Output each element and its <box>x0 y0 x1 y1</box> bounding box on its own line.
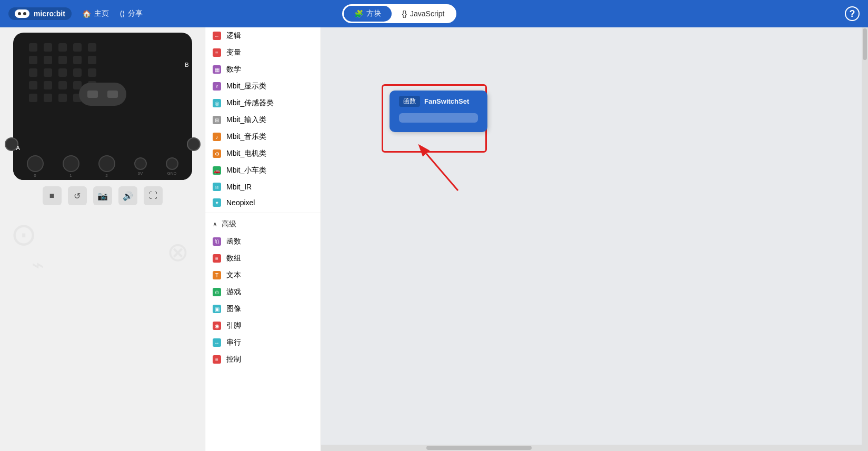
logo[interactable]: micro:bit <box>8 7 72 20</box>
js-icon: {} <box>402 9 407 18</box>
tab-javascript[interactable]: {} JavaScript <box>392 6 455 22</box>
microbit-logo-icon <box>15 9 29 18</box>
arrow-indicator <box>416 143 479 196</box>
sidebar-item-mbit-motor[interactable]: ⚙ Mbit_电机类 <box>205 145 321 162</box>
serial-icon: ↔ <box>213 338 221 347</box>
vertical-scrollbar[interactable] <box>862 27 868 451</box>
sidebar-item-mbit-display[interactable]: Y Mbit_显示类 <box>205 78 321 95</box>
sidebar-item-mbit-sensor[interactable]: ◎ Mbit_传感器类 <box>205 95 321 112</box>
sidebar-item-mbit-music[interactable]: ♪ Mbit_音乐类 <box>205 128 321 145</box>
func-label: 函数 <box>399 96 420 107</box>
neopixel-icon: ✦ <box>213 198 221 207</box>
a-label: A <box>16 145 20 151</box>
help-button[interactable]: ? <box>845 6 860 21</box>
text-icon: T <box>213 271 221 279</box>
mbit-display-icon: Y <box>213 82 221 91</box>
logic-icon: ← <box>213 32 221 40</box>
refresh-button[interactable]: ↺ <box>68 186 87 205</box>
image-icon: ▣ <box>213 305 221 313</box>
horizontal-scrollbar[interactable] <box>321 445 868 451</box>
workspace: 函数 FanSwitchSet 当开机时 将 Fan_Speed ▼ 设为 <box>321 27 868 451</box>
mbit-motor-icon: ⚙ <box>213 149 221 158</box>
pin-0: 0 <box>27 155 44 178</box>
sidebar-advanced-header[interactable]: ∧ 高级 <box>205 215 321 233</box>
microbit-display: B A 0 1 2 <box>13 33 192 180</box>
pin-1: 1 <box>63 155 79 178</box>
sidebar-item-mbit-ir[interactable]: ≋ Mbit_IR <box>205 179 321 195</box>
simulator-panel: B A 0 1 2 <box>0 27 205 451</box>
mbit-music-icon: ♪ <box>213 133 221 141</box>
pin-2: 2 <box>98 155 115 178</box>
divider <box>205 213 321 213</box>
blocks-sidebar: ← 逻辑 ≡ 变量 ▦ 数学 Y Mbit_显示类 ◎ Mbit_传感器类 ⊞ … <box>205 27 321 451</box>
main-layout: B A 0 1 2 <box>0 27 868 451</box>
svg-line-1 <box>426 154 458 191</box>
share-icon: ⟨⟩ <box>119 9 125 18</box>
pin-icon: ◉ <box>213 322 221 330</box>
mbit-car-icon: 🚗 <box>213 166 221 175</box>
sidebar-item-control[interactable]: ≡ 控制 <box>205 351 321 368</box>
blocks-icon: 🧩 <box>354 9 363 18</box>
fullscreen-button[interactable]: ⛶ <box>144 186 163 205</box>
b-label: B <box>185 62 188 68</box>
control-icon: ≡ <box>213 355 221 364</box>
sidebar-item-array[interactable]: ≡ 数组 <box>205 250 321 267</box>
nav-share[interactable]: ⟨⟩ 分享 <box>119 9 143 18</box>
pin-gnd: GND <box>166 157 178 176</box>
volume-button[interactable]: 🔊 <box>118 186 137 205</box>
sidebar-item-game[interactable]: ⊙ 游戏 <box>205 284 321 300</box>
nav-home[interactable]: 🏠 主页 <box>82 9 109 18</box>
button-b[interactable] <box>187 137 201 151</box>
func-name: FanSwitchSet <box>424 97 469 105</box>
logo-text: micro:bit <box>34 9 65 18</box>
math-icon: ▦ <box>213 65 221 74</box>
home-icon: 🏠 <box>82 9 91 18</box>
sidebar-item-neopixel[interactable]: ✦ Neopixel <box>205 195 321 211</box>
sidebar-item-serial[interactable]: ↔ 串行 <box>205 334 321 351</box>
sidebar-item-pin[interactable]: ◉ 引脚 <box>205 317 321 334</box>
stop-button[interactable]: ■ <box>43 186 62 205</box>
pin-3v: 3V <box>134 157 147 176</box>
floating-function-block[interactable]: 函数 FanSwitchSet <box>390 91 487 132</box>
chevron-up-icon: ∧ <box>213 221 217 228</box>
mbit-sensor-icon: ◎ <box>213 99 221 107</box>
func-connector <box>399 113 478 123</box>
tab-blocks[interactable]: 🧩 方块 <box>344 6 392 22</box>
game-icon: ⊙ <box>213 288 221 296</box>
sidebar-item-text[interactable]: T 文本 <box>205 267 321 284</box>
sidebar-item-math[interactable]: ▦ 数学 <box>205 61 321 78</box>
sidebar-item-function[interactable]: f() 函数 <box>205 233 321 250</box>
screenshot-button[interactable]: 📷 <box>93 186 112 205</box>
array-icon: ≡ <box>213 254 221 263</box>
sidebar-item-variables[interactable]: ≡ 变量 <box>205 44 321 61</box>
variables-icon: ≡ <box>213 48 221 57</box>
mbit-ir-icon: ≋ <box>213 183 221 191</box>
sidebar-item-mbit-car[interactable]: 🚗 Mbit_小车类 <box>205 162 321 179</box>
sidebar-item-logic[interactable]: ← 逻辑 <box>205 27 321 44</box>
view-tabs: 🧩 方块 {} JavaScript <box>342 4 457 23</box>
simulator-controls: ■ ↺ 📷 🔊 ⛶ <box>43 186 163 205</box>
mbit-input-icon: ⊞ <box>213 116 221 124</box>
header: micro:bit 🏠 主页 ⟨⟩ 分享 🧩 方块 {} JavaScript … <box>0 0 868 27</box>
sidebar-item-image[interactable]: ▣ 图像 <box>205 300 321 317</box>
function-icon: f() <box>213 237 221 246</box>
sidebar-item-mbit-input[interactable]: ⊞ Mbit_输入类 <box>205 112 321 128</box>
